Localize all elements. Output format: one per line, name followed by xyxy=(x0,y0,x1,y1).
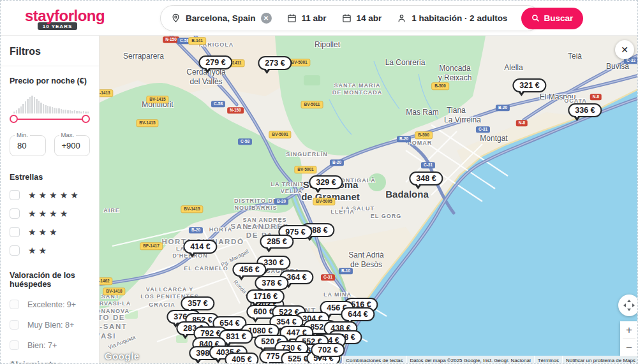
histogram-bar xyxy=(74,110,76,113)
histogram-bar xyxy=(38,101,40,113)
star-filter-2[interactable]: ★★ xyxy=(10,245,90,256)
slider-handle-max[interactable] xyxy=(82,115,90,123)
price-inputs: Min. 80 Max. +900 xyxy=(10,135,90,156)
price-pins-layer: 279 €273 €321 €336 €348 €329 €288 €975 €… xyxy=(100,36,638,364)
histogram-bar xyxy=(36,99,38,113)
map-close-button[interactable]: ✕ xyxy=(615,40,634,59)
logo-badge: 10 YEARS xyxy=(38,22,77,30)
rating-filter[interactable]: Bien: 7+ xyxy=(10,340,90,350)
histogram-bar xyxy=(87,112,89,113)
checkbox[interactable] xyxy=(10,320,19,330)
max-price-input[interactable]: Max. +900 xyxy=(54,135,91,156)
rating-label: Muy Bien: 8+ xyxy=(27,321,74,330)
search-button[interactable]: Buscar xyxy=(521,8,583,29)
price-pin[interactable]: 336 € xyxy=(568,103,602,117)
histogram-bar xyxy=(47,106,49,113)
histogram-bar xyxy=(20,106,22,113)
price-pin[interactable]: 329 € xyxy=(309,175,343,189)
star-rating-label: ★★ xyxy=(28,245,49,256)
rating-filter[interactable]: Muy Bien: 8+ xyxy=(10,320,90,330)
histogram-bar xyxy=(34,97,36,113)
histogram-bar xyxy=(31,96,33,113)
slider-handle-min[interactable] xyxy=(10,115,18,123)
attribution-item[interactable]: Términos xyxy=(534,356,562,364)
price-pin[interactable]: 321 € xyxy=(512,78,546,92)
google-logo[interactable]: Google xyxy=(105,351,140,361)
checkbox[interactable] xyxy=(10,227,20,237)
location-field[interactable]: Barcelona, Spain ✕ xyxy=(171,13,279,24)
checkbox[interactable] xyxy=(10,208,20,219)
search-bar: Barcelona, Spain ✕ 11 abr 14 abr 1 habit… xyxy=(160,5,540,31)
calendar-icon xyxy=(287,13,297,23)
calendar-icon xyxy=(342,13,352,23)
price-slider[interactable] xyxy=(11,115,89,124)
map[interactable]: SerrapareraFARIGOLARipolletCerdanyola de… xyxy=(100,36,638,364)
histogram-bar xyxy=(43,104,45,113)
histogram-bar xyxy=(45,105,47,113)
histogram-bar xyxy=(78,111,80,113)
checkout-field[interactable]: 14 abr xyxy=(334,13,390,23)
price-histogram xyxy=(13,94,89,113)
next-section-label: Alojamiento xyxy=(10,360,57,364)
stars-filter-label: Estrellas xyxy=(10,173,90,182)
search-button-label: Buscar xyxy=(544,13,573,23)
header: stayforlong 10 YEARS Barcelona, Spain ✕ … xyxy=(1,1,638,36)
checkbox[interactable] xyxy=(10,340,19,350)
histogram-bar xyxy=(83,111,85,113)
price-pin[interactable]: 348 € xyxy=(409,171,443,186)
checkin-field[interactable]: 11 abr xyxy=(279,13,334,23)
occupancy-value: 1 habitación · 2 adultos xyxy=(412,13,507,23)
min-price-label: Min. xyxy=(15,131,30,138)
star-filter-5[interactable]: ★★★★★ xyxy=(10,190,90,200)
histogram-bar xyxy=(61,109,63,113)
filters-sidebar: Filtros Precio por noche (€) Min. 80 Max… xyxy=(1,36,100,364)
price-pin[interactable]: 456 € xyxy=(232,263,266,277)
price-pin[interactable]: 378 € xyxy=(255,276,288,290)
checkout-value: 14 abr xyxy=(357,13,382,23)
clear-location-button[interactable]: ✕ xyxy=(261,13,272,24)
pan-arrows-icon xyxy=(623,299,635,312)
attribution-item[interactable]: Datos del mapa ©2025 Google, Inst. Geogr… xyxy=(406,356,534,364)
attribution-item[interactable]: Notificar un problema de Maps xyxy=(562,356,638,364)
location-pin-icon xyxy=(171,13,181,23)
search-icon xyxy=(531,14,540,22)
histogram-bar xyxy=(13,112,15,113)
checkbox[interactable] xyxy=(10,300,19,309)
star-rating-label: ★★★★ xyxy=(28,208,70,219)
price-pin[interactable]: 279 € xyxy=(198,55,232,69)
price-pin[interactable]: 702 € xyxy=(311,343,345,357)
price-pin[interactable]: 273 € xyxy=(258,56,292,70)
occupancy-field[interactable]: 1 habitación · 2 adultos xyxy=(389,13,515,23)
star-filter-4[interactable]: ★★★★ xyxy=(10,208,90,219)
price-pin[interactable]: 405 € xyxy=(225,353,258,364)
star-rating-label: ★★★ xyxy=(28,227,60,237)
histogram-bar xyxy=(18,108,20,113)
checkbox[interactable] xyxy=(10,190,20,200)
attribution-item[interactable]: Combinaciones de teclas xyxy=(342,356,406,364)
checkin-value: 11 abr xyxy=(302,13,327,23)
histogram-bar xyxy=(70,110,71,113)
min-price-input[interactable]: Min. 80 xyxy=(10,135,46,156)
zoom-in-button[interactable]: + xyxy=(620,321,638,339)
app: stayforlong 10 YEARS Barcelona, Spain ✕ … xyxy=(0,0,638,364)
rating-filter[interactable]: Excelente: 9+ xyxy=(10,300,90,309)
pan-control[interactable] xyxy=(618,295,638,316)
star-filter-3[interactable]: ★★★ xyxy=(10,227,90,237)
price-pin[interactable]: 414 € xyxy=(183,240,217,254)
price-pin[interactable]: 285 € xyxy=(260,235,293,249)
histogram-bar xyxy=(25,101,27,113)
histogram-bar xyxy=(71,111,73,113)
slider-track xyxy=(13,119,86,120)
price-pin[interactable]: 644 € xyxy=(341,307,375,321)
max-price-label: Max. xyxy=(59,131,77,138)
price-filter-label: Precio por noche (€) xyxy=(10,76,90,85)
price-pin[interactable]: 1716 € xyxy=(246,289,285,303)
guests-icon xyxy=(397,13,406,23)
checkbox[interactable] xyxy=(10,245,20,256)
zoom-out-button[interactable]: − xyxy=(620,339,638,356)
star-rating-label: ★★★★★ xyxy=(28,190,81,200)
location-value: Barcelona, Spain xyxy=(186,13,256,23)
logo[interactable]: stayforlong 10 YEARS xyxy=(25,7,105,30)
histogram-bar xyxy=(65,110,67,113)
price-pin[interactable]: 357 € xyxy=(181,296,214,310)
